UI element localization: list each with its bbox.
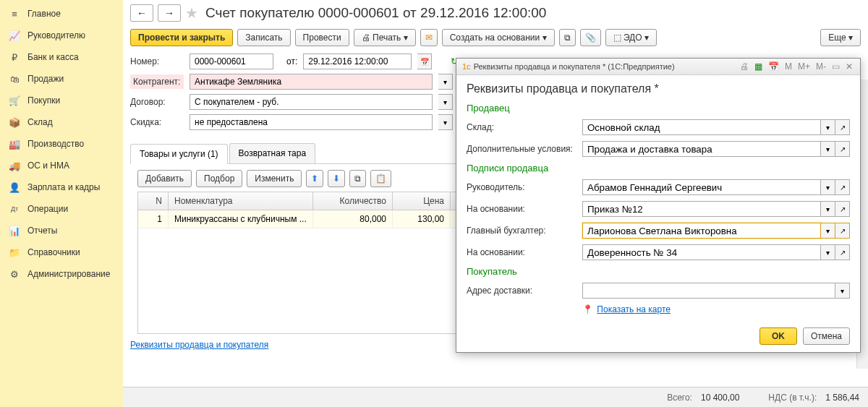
- discount-dropdown[interactable]: ▾: [438, 114, 453, 130]
- col-price[interactable]: Цена: [393, 192, 451, 210]
- minimize-icon[interactable]: ▭: [830, 61, 841, 72]
- tab-goods[interactable]: Товары и услуги (1): [130, 144, 228, 164]
- sidebar-item-label: ОС и НМА: [27, 160, 69, 171]
- email-button[interactable]: ✉: [420, 29, 438, 46]
- copy-button[interactable]: ⧉: [349, 170, 366, 187]
- print-icon[interactable]: 🖨: [739, 61, 750, 72]
- delivery-input[interactable]: [582, 283, 835, 299]
- warehouse-open[interactable]: ↗: [835, 119, 850, 135]
- contract-dropdown[interactable]: ▾: [438, 94, 453, 110]
- sidebar-item-bank[interactable]: ₽Банк и касса: [0, 46, 123, 68]
- show-on-map-link[interactable]: Показать на карте: [597, 304, 671, 314]
- sidebar-item-purchases[interactable]: 🛒Покупки: [0, 90, 123, 111]
- sidebar-item-operations[interactable]: ДтОперации: [0, 198, 123, 220]
- date-input[interactable]: 29.12.2016 12:00:00: [303, 53, 412, 69]
- tab-tare[interactable]: Возвратная тара: [229, 143, 316, 163]
- seller-buyer-details-link[interactable]: Реквизиты продавца и покупателя: [130, 340, 268, 350]
- col-n[interactable]: N: [138, 192, 169, 210]
- chart-icon: 📈: [9, 30, 20, 41]
- delivery-dropdown[interactable]: ▾: [835, 283, 850, 299]
- basis1-input[interactable]: [582, 201, 821, 217]
- print-button[interactable]: 🖨 Печать ▾: [354, 29, 416, 46]
- sidebar-item-label: Администрирование: [27, 269, 110, 279]
- cancel-button[interactable]: Отмена: [803, 327, 850, 345]
- bag-icon: 🛍: [9, 73, 20, 85]
- accountant-dropdown[interactable]: ▾: [821, 223, 835, 239]
- more-button[interactable]: Еще ▾: [820, 29, 861, 46]
- sidebar-item-warehouse[interactable]: 📦Склад: [0, 111, 123, 133]
- number-input[interactable]: 0000-000601: [190, 53, 273, 69]
- warehouse-dropdown[interactable]: ▾: [821, 119, 835, 135]
- menu-icon: ≡: [9, 8, 20, 20]
- structure-button[interactable]: ⧉: [559, 29, 576, 46]
- sidebar-item-label: Руководителю: [27, 30, 85, 40]
- ok-button[interactable]: OK: [760, 327, 797, 345]
- sidebar-item-assets[interactable]: 🚚ОС и НМА: [0, 155, 123, 176]
- seller-section: Продавец: [467, 103, 850, 113]
- paste-button[interactable]: 📋: [370, 170, 391, 187]
- calendar-icon[interactable]: 📅: [767, 61, 780, 72]
- sidebar-item-directories[interactable]: 📁Справочники: [0, 241, 123, 263]
- accountant-input[interactable]: [582, 223, 821, 239]
- sidebar-item-manager[interactable]: 📈Руководителю: [0, 25, 123, 46]
- star-icon[interactable]: ★: [185, 4, 198, 22]
- sidebar-item-sales[interactable]: 🛍Продажи: [0, 68, 123, 90]
- accountant-open[interactable]: ↗: [835, 223, 850, 239]
- col-nomenclature[interactable]: Номенклатура: [169, 192, 313, 210]
- total-value: 10 400,00: [701, 393, 739, 403]
- basis1-dropdown[interactable]: ▾: [821, 201, 835, 217]
- move-up-button[interactable]: ⬆: [306, 170, 323, 187]
- m-button[interactable]: M: [783, 61, 793, 72]
- sidebar-item-main[interactable]: ≡Главное: [0, 3, 123, 25]
- terms-input[interactable]: [582, 141, 821, 157]
- head-open[interactable]: ↗: [835, 179, 850, 195]
- create-based-button[interactable]: Создать на основании ▾: [442, 29, 555, 46]
- cell-n: 1: [138, 210, 169, 228]
- post-button[interactable]: Провести: [295, 29, 349, 46]
- accountant-label: Главный бухгалтер:: [467, 226, 582, 236]
- head-dropdown[interactable]: ▾: [821, 179, 835, 195]
- add-row-button[interactable]: Добавить: [137, 170, 192, 187]
- edit-row-button[interactable]: Изменить: [247, 170, 302, 187]
- close-icon[interactable]: ✕: [844, 61, 854, 72]
- nav-back-button[interactable]: ←: [130, 4, 153, 22]
- post-and-close-button[interactable]: Провести и закрыть: [130, 29, 233, 46]
- cell-nomenclature: Миникруассаны с клубничным ...: [169, 210, 313, 228]
- gear-icon: ⚙: [9, 268, 20, 280]
- table-icon[interactable]: ▦: [753, 61, 764, 72]
- warehouse-input[interactable]: [582, 119, 821, 135]
- bars-icon: 📊: [9, 225, 20, 236]
- sidebar-item-label: Банк и касса: [27, 52, 79, 62]
- basis2-input[interactable]: [582, 244, 821, 260]
- head-input[interactable]: [582, 179, 821, 195]
- edo-button[interactable]: ⬚ ЭДО ▾: [605, 29, 657, 46]
- sidebar-item-reports[interactable]: 📊Отчеты: [0, 220, 123, 241]
- nav-forward-button[interactable]: →: [158, 4, 181, 22]
- m-plus-button[interactable]: M+: [796, 61, 812, 72]
- pick-button[interactable]: Подбор: [196, 170, 242, 187]
- col-qty[interactable]: Количество: [313, 192, 393, 210]
- sidebar-item-label: Покупки: [27, 95, 60, 106]
- sidebar-item-payroll[interactable]: 👤Зарплата и кадры: [0, 176, 123, 198]
- sidebar-item-admin[interactable]: ⚙Администрирование: [0, 263, 123, 285]
- status-bar: Всего:10 400,00 НДС (в т.ч.):1 586,44: [123, 387, 868, 407]
- counterparty-label: Контрагент:: [130, 74, 184, 89]
- move-down-button[interactable]: ⬇: [328, 170, 345, 187]
- contract-input[interactable]: С покупателем - руб.: [190, 94, 433, 110]
- basis1-open[interactable]: ↗: [835, 201, 850, 217]
- basis2-dropdown[interactable]: ▾: [821, 244, 835, 260]
- attach-button[interactable]: 📎: [580, 29, 601, 46]
- save-button[interactable]: Записать: [237, 29, 290, 46]
- counterparty-dropdown[interactable]: ▾: [438, 74, 453, 90]
- m-minus-button[interactable]: M-: [814, 61, 827, 72]
- terms-open[interactable]: ↗: [835, 141, 850, 157]
- vat-value: 1 586,44: [825, 393, 859, 403]
- sidebar-item-production[interactable]: 🏭Производство: [0, 133, 123, 155]
- counterparty-input[interactable]: Антикафе Земляника: [190, 74, 433, 90]
- terms-dropdown[interactable]: ▾: [821, 141, 835, 157]
- calendar-button[interactable]: 📅: [417, 53, 432, 69]
- sidebar-item-label: Зарплата и кадры: [27, 182, 100, 192]
- delivery-label: Адрес доставки:: [467, 286, 582, 296]
- basis2-open[interactable]: ↗: [835, 244, 850, 260]
- discount-input[interactable]: не предоставлена: [190, 114, 433, 130]
